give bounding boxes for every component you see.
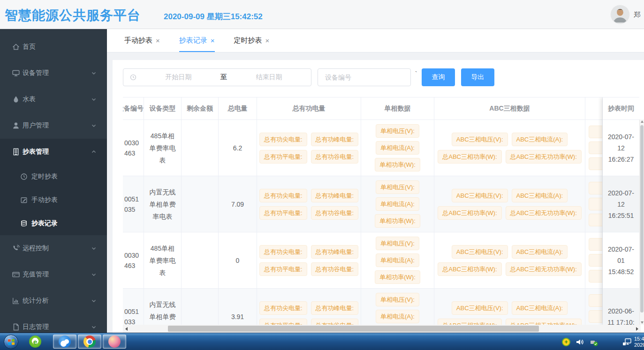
sidebar-item-device-management[interactable]: 设备管理 (0, 60, 107, 86)
cell-device-number: 0051033 (124, 306, 142, 325)
tag-abc-voltage: ABC三相电压(V): (452, 133, 508, 146)
tab-reading-records[interactable]: 抄表记录 × (179, 29, 215, 52)
tag-abc-voltage: ABC三相电压(V): (452, 301, 508, 315)
col-device-number: 设备编号 (123, 97, 144, 119)
sidebar-item-home[interactable]: 首页 (0, 34, 107, 60)
cell-balance (182, 176, 219, 232)
vertical-scrollbar-thumb[interactable] (640, 125, 644, 313)
clock-time: 15:42 (634, 336, 644, 342)
close-icon[interactable]: × (265, 37, 270, 45)
tag-single-current: 单相电流(A): (376, 310, 419, 323)
tab-manual-reading[interactable]: 手动抄表 × (124, 29, 160, 52)
tag-single-power: 单相功率(W): (375, 158, 420, 171)
taskbar-item-qq-browser[interactable] (53, 335, 76, 349)
user-area[interactable]: 郑 (611, 0, 644, 29)
stray-backtick: ` (415, 70, 417, 77)
tag-single-current: 单相电流(A): (376, 197, 419, 211)
scroll-left-arrow-icon[interactable] (125, 327, 128, 331)
360-safety-tray-icon[interactable]: + (562, 338, 570, 346)
tag-peak-energy: 总有功峰电量: (311, 189, 359, 202)
cell-device-type: 485单相单费率电表 (148, 130, 178, 166)
tag-flat-energy: 总有功平电量: (259, 319, 307, 325)
usb-device-icon[interactable] (589, 337, 599, 347)
windows-taskbar: e + 15:42 2020/9/9 (0, 333, 644, 350)
cell-read-time: 2020-07-12 16:25:51 (603, 176, 639, 232)
360-browser-icon: e (29, 335, 41, 348)
start-date-input[interactable]: 开始日期 (136, 73, 220, 82)
chevron-up-icon (91, 149, 97, 155)
sidebar-item-statistics[interactable]: 统计分析 (0, 288, 107, 314)
tag-valley-energy: 总有功谷电量: (311, 319, 359, 325)
close-icon[interactable]: × (156, 37, 160, 45)
export-button[interactable]: 导出 (461, 68, 494, 86)
scroll-right-arrow-icon[interactable] (636, 327, 638, 331)
taskbar-clock[interactable]: 15:42 2020/9/9 (634, 336, 644, 348)
tag-abc-reactive-power: 总ABC三相无功功率(W): (506, 206, 582, 220)
sidebar-item-remote-control[interactable]: 远程控制 (0, 235, 107, 261)
tag-peak-energy: 总有功峰电量: (311, 133, 359, 146)
network-icon[interactable] (622, 337, 632, 347)
avatar[interactable] (611, 6, 629, 23)
tag-peak-energy: 总有功峰电量: (311, 245, 359, 259)
bar-chart-icon (12, 297, 20, 305)
tab-scheduled-reading[interactable]: 定时抄表 × (234, 29, 270, 52)
sidebar-item-reading-records[interactable]: 抄表记录 (0, 212, 107, 235)
tag-abc-reactive-power: 总ABC三相无功功率(W): (506, 150, 582, 164)
taskbar-item-360-browser[interactable]: e (25, 335, 45, 349)
col-balance: 剩余金额 (182, 97, 219, 119)
edit-icon (20, 196, 28, 204)
chevron-down-icon (91, 122, 97, 129)
tag-single-current: 单相电流(A): (376, 141, 419, 155)
user-name: 郑 (634, 10, 644, 19)
sidebar-item-manual-reading[interactable]: 手动抄表 (0, 188, 107, 212)
tag-valley-energy: 总有功谷电量: (311, 206, 359, 220)
card-icon (12, 270, 20, 279)
sidebar-item-scheduled-reading[interactable]: 定时抄表 (0, 165, 107, 188)
horizontal-scrollbar-thumb[interactable] (168, 326, 539, 332)
document-icon (12, 323, 20, 331)
col-read-time: 抄表时间 (603, 97, 639, 120)
database-icon (20, 220, 28, 227)
tag-flat-energy: 总有功平电量: (259, 262, 307, 276)
user-icon (12, 121, 20, 130)
horizontal-scrollbar[interactable] (123, 325, 641, 333)
sidebar-item-user-management[interactable]: 用户管理 (0, 112, 107, 139)
cell-device-number: 0051035 (124, 194, 142, 215)
tag-flat-energy: 总有功平电量: (259, 150, 307, 164)
close-icon[interactable]: × (211, 37, 215, 45)
tag-flat-energy: 总有功平电量: (259, 206, 307, 220)
date-range-picker[interactable]: 开始日期 至 结束日期 (123, 68, 311, 86)
chevron-down-icon (91, 298, 97, 304)
vertical-scrollbar[interactable] (639, 119, 644, 325)
query-button[interactable]: 查询 (422, 68, 455, 86)
device-number-input[interactable] (318, 68, 411, 86)
col-three-phase: ABC三相数据 (434, 97, 585, 119)
tag-sharp-energy: 总有功尖电量: (259, 189, 307, 202)
tag-abc-current: ABC三相电流(A): (512, 133, 568, 146)
table-row: 0051033 内置无线单相单费率电表 3.91 总有功尖电量: 总有功峰电量:… (123, 289, 639, 325)
scroll-down-arrow-icon[interactable] (641, 321, 644, 324)
tag-single-voltage: 单相电压(V): (376, 237, 419, 250)
table-header-row: 设备编号 设备类型 剩余金额 总电量 总有功电量 单相数据 ABC三相数据 (123, 97, 639, 120)
start-button[interactable] (4, 335, 18, 349)
taskbar-item-chrome[interactable] (78, 335, 101, 349)
app-header: 智慧能源公共服务平台 2020-09-09 星期三15:42:52 郑 (0, 0, 644, 29)
end-date-input[interactable]: 结束日期 (227, 73, 311, 82)
qq-browser-icon (59, 335, 71, 348)
cell-balance (182, 232, 219, 288)
tag-single-voltage: 单相电压(V): (376, 124, 419, 138)
volume-icon[interactable] (575, 337, 584, 347)
scroll-up-arrow-icon[interactable] (641, 120, 644, 123)
water-drop-icon (12, 95, 20, 104)
sidebar-item-water-meter[interactable]: 水表 (0, 86, 107, 112)
chevron-down-icon (91, 324, 97, 330)
clock-icon (20, 173, 28, 180)
content-panel: 开始日期 至 结束日期 ` 查询 导出 设备编号 设备类型 剩余金额 总电量 总… (113, 60, 644, 333)
cell-balance (182, 289, 219, 325)
sidebar-item-recharge-management[interactable]: 充值管理 (0, 261, 107, 288)
sidebar-item-meter-reading-management[interactable]: 抄表管理 (0, 139, 107, 165)
col-device-type: 设备类型 (144, 97, 182, 119)
monitor-icon (12, 69, 20, 77)
taskbar-item-media-app[interactable] (103, 335, 126, 349)
tag-abc-voltage: ABC三相电压(V): (452, 189, 508, 202)
